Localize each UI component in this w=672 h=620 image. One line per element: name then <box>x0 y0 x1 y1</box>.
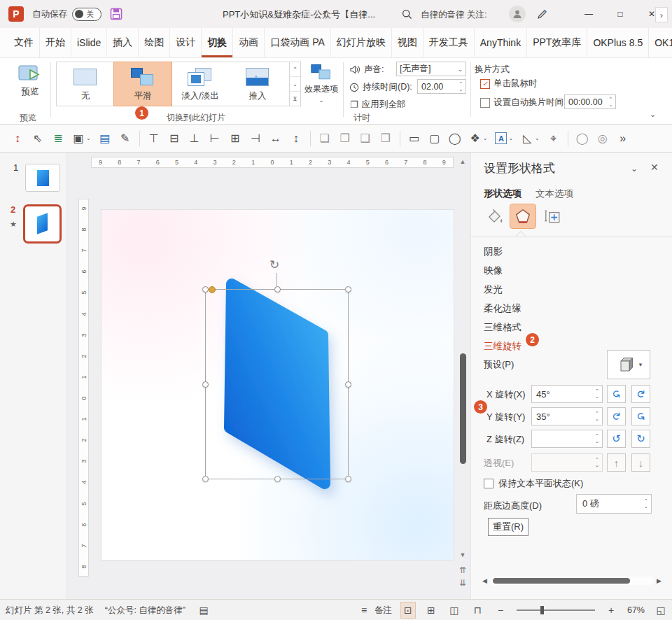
ribbon-tab[interactable]: 开始 <box>40 28 71 57</box>
slide-2-thumbnail[interactable] <box>23 204 62 244</box>
group-objects-icon[interactable]: ❒ <box>379 132 392 145</box>
spin-down-icon[interactable]: ⌄ <box>595 416 599 422</box>
text-box-caret-icon[interactable]: ⌄ <box>508 135 513 141</box>
avatar[interactable] <box>509 6 526 22</box>
tab-shape-options[interactable]: 形状选项 <box>484 188 522 200</box>
rounded-rectangle-shape-icon[interactable]: ▢ <box>428 132 441 145</box>
spin-up-icon[interactable]: ⌃ <box>644 498 648 504</box>
preset-dropdown[interactable]: ▾ <box>607 350 650 379</box>
rotation-y-input[interactable]: 35° ⌃⌄ <box>531 407 603 425</box>
ellipse-shape-icon[interactable]: ◯ <box>449 132 461 145</box>
text-box-icon[interactable]: A <box>495 132 507 144</box>
account-name[interactable]: 自律的音律 关注: <box>421 9 486 21</box>
spin-down-icon[interactable]: ⌄ <box>609 102 613 108</box>
section-glow[interactable]: 发光 <box>484 280 522 299</box>
lasso-select-icon[interactable]: ⌖ <box>547 132 560 145</box>
zoom-out-icon[interactable]: − <box>493 603 507 618</box>
section-3d-format[interactable]: 三维格式 <box>484 318 522 337</box>
combine-shapes-icon[interactable]: ◎ <box>596 132 609 145</box>
apply-all-label[interactable]: 应用到全部 <box>362 99 406 111</box>
rotate-x-left-button[interactable]: ↺ <box>607 385 626 403</box>
align-middle-icon[interactable]: ⊟ <box>168 132 181 145</box>
panel-close-icon[interactable]: ✕ <box>650 162 659 173</box>
fit-to-window-icon[interactable]: ◱ <box>654 603 668 618</box>
maximize-button[interactable]: □ <box>610 6 631 22</box>
scroll-right-icon[interactable]: ▶ <box>657 577 662 584</box>
resize-handle-se[interactable] <box>345 476 351 482</box>
view-reading-icon[interactable]: ◫ <box>447 603 461 618</box>
sound-dropdown[interactable]: [无声音] ⌄ <box>396 62 466 76</box>
rotation-handle-icon[interactable]: ↻ <box>270 258 279 272</box>
rotate-y-up-button[interactable]: ↺ <box>607 407 626 425</box>
keep-text-flat-label[interactable]: 保持文本平面状态(K) <box>498 477 583 490</box>
spin-up-icon[interactable]: ⌃ <box>609 97 613 102</box>
on-click-checkbox[interactable]: ✓ <box>480 79 490 89</box>
ribbon-tab[interactable]: 绘图 <box>139 28 170 57</box>
align-right-icon[interactable]: ⊣ <box>249 132 262 145</box>
search-icon[interactable] <box>398 6 416 22</box>
size-properties-icon[interactable] <box>540 204 565 228</box>
effects-icon[interactable] <box>510 204 536 228</box>
reset-button[interactable]: 重置(R) <box>488 518 528 536</box>
ribbon-tab[interactable]: iSlide <box>71 28 107 57</box>
effect-options-button[interactable]: 效果选项 ⌄ <box>304 62 339 106</box>
ribbon-tab[interactable]: 开发工具 <box>424 28 475 57</box>
auto-advance-label[interactable]: 设置自动换片时间: <box>493 97 566 108</box>
shapes-gallery-icon[interactable]: ❖ <box>469 132 482 145</box>
resize-handle-e[interactable] <box>345 381 351 388</box>
document-title[interactable]: PPT小知识&疑难杂症-公众号【自律... <box>223 8 375 21</box>
rotate-z-ccw-button[interactable]: ↺ <box>607 430 626 448</box>
collapse-ribbon-icon[interactable]: ⌄ <box>650 110 656 119</box>
spin-down-icon[interactable]: ⌄ <box>595 394 599 400</box>
ribbon-tab[interactable]: 设计 <box>170 28 202 57</box>
ribbon-tab[interactable]: 动画 <box>233 28 265 57</box>
shape-style-icon[interactable]: ◺ <box>521 132 533 145</box>
ribbon-tab[interactable]: AnyThink <box>475 28 527 57</box>
distribute-vertical-icon[interactable]: ↕ <box>290 132 302 145</box>
rotation-x-input[interactable]: 45° ⌃⌄ <box>531 385 603 403</box>
ribbon-tab[interactable]: 口袋动画 PA <box>265 28 331 57</box>
rotate-y-down-button[interactable]: ↻ <box>631 407 650 425</box>
format-painter-icon[interactable]: ✎ <box>119 132 132 145</box>
scroll-down-icon[interactable]: ▼ <box>456 549 469 561</box>
minimize-button[interactable]: — <box>578 6 599 22</box>
new-slide-icon[interactable]: ▣ <box>72 132 85 145</box>
spin-down-icon[interactable]: ⌄ <box>644 504 648 509</box>
distribute-spacing-icon[interactable]: ≣ <box>52 132 64 145</box>
notes-button[interactable]: ≡ 备注 <box>357 603 392 618</box>
align-left-icon[interactable]: ⊢ <box>209 132 221 145</box>
resize-handle-w[interactable] <box>202 381 209 388</box>
view-slide-sorter-icon[interactable]: ⊞ <box>424 603 438 618</box>
zoom-slider[interactable] <box>517 605 595 615</box>
separator[interactable] <box>139 131 140 146</box>
separator[interactable] <box>400 131 400 146</box>
ribbon-tab[interactable]: 幻灯片放映 <box>331 28 392 57</box>
zoom-percentage[interactable]: 67% <box>627 605 645 615</box>
preview-button[interactable]: 预览 <box>14 64 46 103</box>
distance-from-ground-input[interactable]: 0 磅 ⌃⌄ <box>576 494 652 514</box>
ribbon-tab[interactable]: OK10 GC <box>649 28 672 57</box>
layout-icon[interactable]: ▤ <box>99 132 111 145</box>
distribute-horizontal-icon[interactable]: ↔ <box>270 132 282 145</box>
resize-handle-ne[interactable] <box>345 286 351 293</box>
gallery-scroll-up-icon[interactable]: ⌃ <box>290 62 300 77</box>
transition-fade[interactable]: 淡入/淡出 <box>172 62 229 106</box>
save-icon[interactable] <box>110 8 122 20</box>
spellcheck-icon[interactable]: ▤ <box>197 603 211 618</box>
slide-editing-area[interactable]: ↻ <box>102 210 454 560</box>
transition-morph[interactable]: 平滑 <box>114 62 172 106</box>
auto-advance-checkbox[interactable]: ✓ <box>480 98 490 108</box>
duration-spinner[interactable]: 02.00 ⌃⌄ <box>417 79 466 94</box>
select-objects-icon[interactable]: ⇖ <box>31 132 44 145</box>
vertical-scrollbar-thumb[interactable] <box>460 353 466 464</box>
autosave-toggle[interactable]: 关 <box>72 8 102 21</box>
shapes-caret-icon[interactable]: ⌄ <box>483 135 488 141</box>
bring-forward-icon[interactable]: ❐ <box>339 132 351 145</box>
section-3d-rotation[interactable]: 三维旋转 <box>484 337 522 355</box>
on-click-label[interactable]: 单击鼠标时 <box>493 78 538 90</box>
spin-down-icon[interactable]: ⌄ <box>595 439 599 444</box>
scroll-left-icon[interactable]: ◀ <box>482 577 487 584</box>
spin-up-icon[interactable]: ⌃ <box>459 81 463 87</box>
rotate-x-right-button[interactable]: ↻ <box>631 385 650 403</box>
scrollbar-track[interactable] <box>490 577 654 585</box>
